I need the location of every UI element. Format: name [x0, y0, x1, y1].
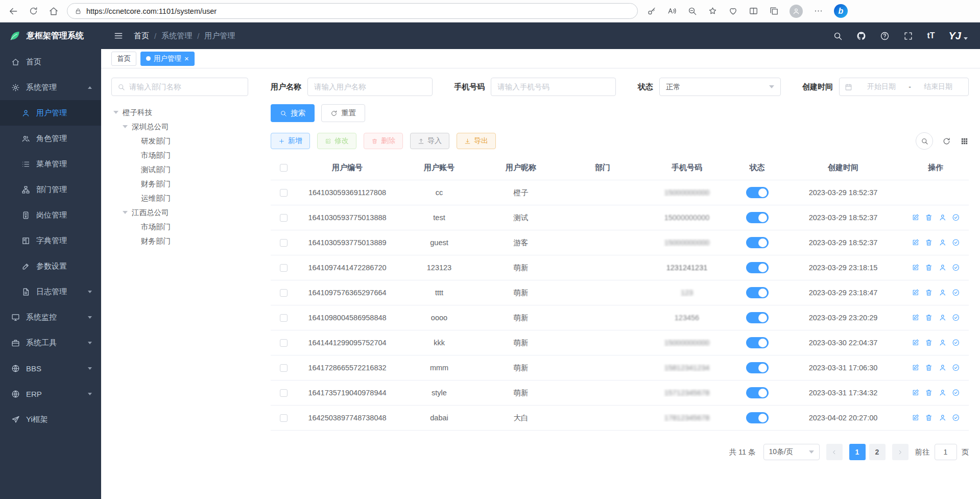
browser-essentials-icon[interactable] [728, 6, 738, 16]
sidebar-item-系统工具[interactable]: 系统工具 [0, 330, 101, 355]
tree-node-财务部门[interactable]: 财务部门 [111, 177, 248, 191]
sidebar-item-角色管理[interactable]: 角色管理 [0, 126, 101, 151]
check-circle-icon[interactable] [952, 239, 960, 247]
column-header[interactable]: 用户昵称 [480, 163, 562, 173]
row-checkbox[interactable] [280, 339, 288, 347]
status-toggle[interactable] [746, 362, 769, 373]
sidebar-item-参数设置[interactable]: 参数设置 [0, 253, 101, 279]
url-bar[interactable]: https://ccnetcore.com:1101/system/user [67, 3, 638, 19]
status-toggle[interactable] [746, 212, 769, 223]
search-icon[interactable] [833, 31, 843, 41]
page-button-1[interactable]: 1 [849, 444, 866, 460]
user-op-icon[interactable] [939, 264, 947, 272]
zoom-out-icon[interactable] [687, 6, 697, 16]
user-avatar[interactable]: YJ [949, 30, 968, 42]
status-toggle[interactable] [746, 312, 769, 323]
sidebar-item-日志管理[interactable]: 日志管理 [0, 279, 101, 304]
status-toggle[interactable] [746, 187, 769, 198]
fullscreen-icon[interactable] [903, 31, 913, 41]
tree-node-市场部门[interactable]: 市场部门 [111, 220, 248, 234]
breadcrumb-item[interactable]: 首页 [134, 31, 149, 41]
trash-icon[interactable] [925, 389, 933, 397]
tree-node-市场部门[interactable]: 市场部门 [111, 148, 248, 162]
tree-node-江西总公司[interactable]: 江西总公司 [111, 205, 248, 220]
tree-node-深圳总公司[interactable]: 深圳总公司 [111, 120, 248, 134]
user-op-icon[interactable] [939, 414, 947, 422]
row-checkbox[interactable] [280, 364, 288, 372]
sidebar-item-用户管理[interactable]: 用户管理 [0, 100, 101, 126]
sidebar-item-BBS[interactable]: BBS [0, 355, 101, 381]
check-circle-icon[interactable] [952, 414, 960, 422]
column-header[interactable]: 状态 [730, 163, 784, 173]
tree-node-研发部门[interactable]: 研发部门 [111, 134, 248, 148]
page-size-select[interactable]: 10条/页 [763, 444, 820, 460]
user-op-icon[interactable] [939, 213, 947, 222]
column-header[interactable]: 用户编号 [296, 163, 398, 173]
username-input[interactable] [307, 78, 433, 96]
edit-button[interactable]: 修改 [317, 133, 356, 149]
row-checkbox[interactable] [280, 264, 288, 272]
status-toggle[interactable] [746, 387, 769, 398]
github-icon[interactable] [856, 31, 866, 41]
user-op-icon[interactable] [939, 314, 947, 322]
row-checkbox[interactable] [280, 239, 288, 247]
browser-back-icon[interactable] [8, 6, 18, 16]
phone-input[interactable] [491, 78, 616, 96]
column-header[interactable]: 创建时间 [784, 163, 902, 173]
user-op-icon[interactable] [939, 239, 947, 247]
breadcrumb-item[interactable]: 系统管理 [161, 31, 192, 41]
sidebar-item-菜单管理[interactable]: 菜单管理 [0, 151, 101, 177]
favorites-icon[interactable] [708, 6, 718, 16]
browser-refresh-icon[interactable] [29, 6, 38, 16]
check-circle-icon[interactable] [952, 364, 960, 372]
column-header[interactable]: 部门 [562, 163, 643, 173]
trash-icon[interactable] [925, 364, 933, 372]
password-key-icon[interactable] [647, 7, 656, 16]
import-button[interactable]: 导入 [410, 133, 449, 149]
close-icon[interactable]: × [184, 55, 189, 62]
toggle-search-button[interactable] [916, 132, 933, 150]
user-op-icon[interactable] [939, 339, 947, 347]
add-button[interactable]: 新增 [271, 133, 310, 149]
page-button-2[interactable]: 2 [869, 444, 886, 460]
edit-op-icon[interactable] [912, 289, 920, 297]
bing-icon[interactable]: b [834, 4, 848, 18]
help-icon[interactable] [880, 31, 890, 41]
status-toggle[interactable] [746, 237, 769, 248]
row-checkbox[interactable] [280, 414, 288, 422]
breadcrumb-item[interactable]: 用户管理 [204, 31, 235, 41]
column-header[interactable]: 手机号码 [643, 163, 730, 173]
row-checkbox[interactable] [280, 289, 288, 297]
status-toggle[interactable] [746, 337, 769, 348]
status-toggle[interactable] [746, 412, 769, 423]
status-toggle[interactable] [746, 287, 769, 298]
browser-home-icon[interactable] [49, 6, 59, 16]
edit-op-icon[interactable] [912, 314, 920, 322]
goto-page-input[interactable] [935, 444, 957, 460]
check-circle-icon[interactable] [952, 314, 960, 322]
sidebar-item-首页[interactable]: 首页 [0, 49, 101, 75]
font-size-icon[interactable]: tT [927, 31, 935, 40]
trash-icon[interactable] [925, 264, 933, 272]
user-op-icon[interactable] [939, 364, 947, 372]
sidebar-item-系统监控[interactable]: 系统监控 [0, 304, 101, 330]
next-page-button[interactable] [892, 444, 909, 460]
sidebar-item-字典管理[interactable]: 字典管理 [0, 228, 101, 253]
row-checkbox[interactable] [280, 189, 288, 197]
sidebar-item-岗位管理[interactable]: 岗位管理 [0, 202, 101, 228]
select-all-checkbox[interactable] [280, 164, 288, 172]
row-checkbox[interactable] [280, 389, 288, 397]
edit-op-icon[interactable] [912, 264, 920, 272]
prev-page-button[interactable] [826, 444, 843, 460]
tree-node-运维部门[interactable]: 运维部门 [111, 191, 248, 205]
check-circle-icon[interactable] [952, 389, 960, 397]
check-circle-icon[interactable] [952, 289, 960, 297]
trash-icon[interactable] [925, 239, 933, 247]
refresh-table-icon[interactable] [942, 137, 951, 146]
tree-node-测试部门[interactable]: 测试部门 [111, 162, 248, 177]
edit-op-icon[interactable] [912, 339, 920, 347]
edit-op-icon[interactable] [912, 414, 920, 422]
column-header[interactable]: 用户账号 [398, 163, 480, 173]
trash-icon[interactable] [925, 339, 933, 347]
edit-op-icon[interactable] [912, 364, 920, 372]
